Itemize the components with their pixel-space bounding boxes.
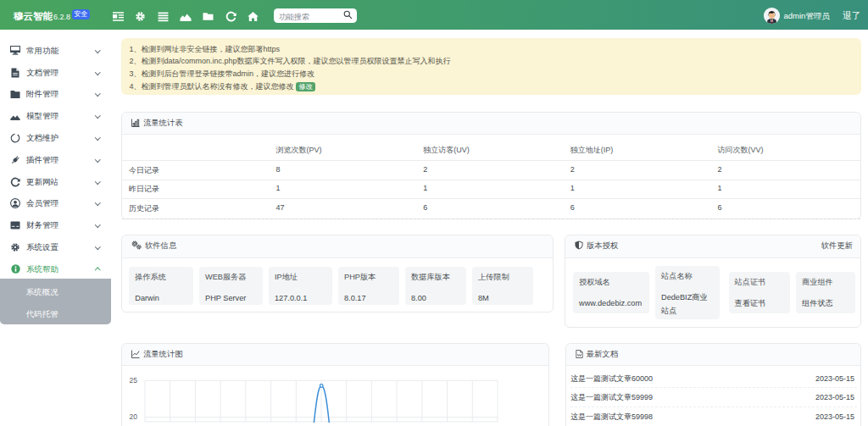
svg-text:25: 25 bbox=[130, 376, 138, 385]
svg-text:20: 20 bbox=[130, 412, 138, 420]
